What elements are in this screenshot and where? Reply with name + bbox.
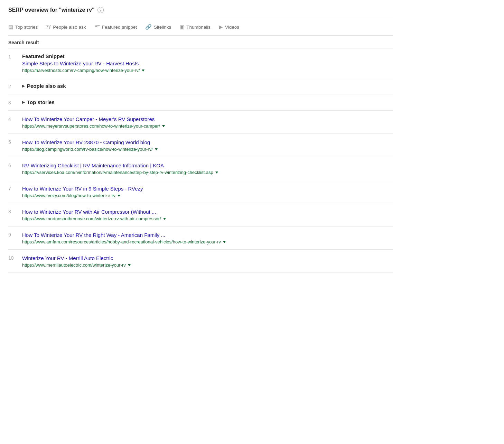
row-content: Featured Snippet Simple Steps to Winteri… — [22, 53, 393, 73]
row-content: Winterize Your RV - Merrill Auto Electri… — [22, 255, 393, 268]
result-title-6[interactable]: RV Winterizing Checklist | RV Maintenanc… — [22, 162, 393, 169]
row-featured-label: Featured Snippet — [22, 53, 393, 59]
tab-sitelinks[interactable]: 🔗 Sitelinks — [145, 23, 171, 31]
row-number: 1 — [8, 53, 22, 59]
result-url-7: https://www.rvezy.com/blog/how-to-winter… — [22, 193, 393, 198]
featured-snippet-icon: ❝❞ — [94, 24, 100, 30]
url-text-7: https://www.rvezy.com/blog/how-to-winter… — [22, 193, 115, 198]
section-header: Search result — [8, 36, 393, 48]
url-text-9: https://www.amfam.com/resources/articles… — [22, 239, 221, 244]
thumbnails-icon: ▣ — [179, 24, 184, 30]
tab-thumbnails[interactable]: ▣ Thumbnails — [179, 23, 211, 31]
url-text-5: https://blog.campingworld.com/rv-basics/… — [22, 147, 153, 152]
row-content: ▶ Top stories — [22, 99, 393, 105]
results-list: 1 Featured Snippet Simple Steps to Winte… — [8, 48, 393, 273]
tab-videos[interactable]: ▶ Videos — [219, 23, 239, 31]
row-number: 7 — [8, 185, 22, 191]
tabs-bar: ▤ Top stories ⁇ People also ask ❝❞ Featu… — [8, 19, 393, 36]
row-content: RV Winterizing Checklist | RV Maintenanc… — [22, 162, 393, 175]
table-row: 6 RV Winterizing Checklist | RV Maintena… — [8, 157, 393, 180]
row-content: How to Winterize Your RV with Air Compre… — [22, 208, 393, 221]
result-url-5: https://blog.campingworld.com/rv-basics/… — [22, 147, 393, 152]
url-dropdown-4[interactable] — [162, 125, 165, 127]
tab-featured-snippet[interactable]: ❝❞ Featured snippet — [94, 23, 137, 31]
tab-sitelinks-label: Sitelinks — [154, 25, 171, 30]
table-row: 8 How to Winterize Your RV with Air Comp… — [8, 203, 393, 226]
result-title-10[interactable]: Winterize Your RV - Merrill Auto Electri… — [22, 255, 393, 262]
table-row: 5 How To Winterize Your RV 23870 - Campi… — [8, 134, 393, 157]
row-number: 6 — [8, 162, 22, 168]
result-url-6: https://rvservices.koa.com/rvinformation… — [22, 170, 393, 175]
result-title-5[interactable]: How To Winterize Your RV 23870 - Camping… — [22, 139, 393, 146]
url-dropdown-1[interactable] — [142, 70, 144, 72]
featured-snippet-badge: Featured Snippet — [22, 53, 65, 59]
table-row: 1 Featured Snippet Simple Steps to Winte… — [8, 48, 393, 78]
url-text-6: https://rvservices.koa.com/rvinformation… — [22, 170, 213, 175]
sitelinks-icon: 🔗 — [145, 24, 152, 30]
row-label-text-3: Top stories — [27, 99, 55, 105]
url-dropdown-6[interactable] — [215, 172, 218, 174]
row-people-label[interactable]: ▶ People also ask — [22, 83, 393, 89]
expand-triangle-2: ▶ — [22, 84, 25, 88]
url-dropdown-7[interactable] — [118, 195, 120, 197]
row-content: How to Winterize Your RV in 9 Simple Ste… — [22, 185, 393, 198]
url-text-4: https://www.meyersrvsuperstores.com/how-… — [22, 123, 160, 129]
table-row: 3 ▶ Top stories — [8, 94, 393, 111]
row-content: How To Winterize Your Camper - Meyer's R… — [22, 115, 393, 129]
result-url-4: https://www.meyersrvsuperstores.com/how-… — [22, 123, 393, 129]
row-number: 5 — [8, 139, 22, 145]
table-row: 9 How To Winterize Your RV the Right Way… — [8, 226, 393, 250]
table-row: 4 How To Winterize Your Camper - Meyer's… — [8, 111, 393, 134]
result-title-8[interactable]: How to Winterize Your RV with Air Compre… — [22, 208, 393, 215]
result-url-1: https://harvesthosts.com/rv-camping/how-… — [22, 68, 393, 73]
tab-thumbnails-label: Thumbnails — [186, 25, 211, 30]
row-label-text-2: People also ask — [27, 83, 66, 89]
result-title-9[interactable]: How To Winterize Your RV the Right Way -… — [22, 231, 393, 239]
row-number: 9 — [8, 231, 22, 238]
result-url-10: https://www.merrillautoelectric.com/wint… — [22, 262, 393, 268]
row-top-stories-label[interactable]: ▶ Top stories — [22, 99, 393, 105]
table-row: 2 ▶ People also ask — [8, 78, 393, 94]
row-number: 4 — [8, 115, 22, 122]
result-title-7[interactable]: How to Winterize Your RV in 9 Simple Ste… — [22, 185, 393, 192]
result-url-8: https://www.mortonsonthemove.com/winteri… — [22, 216, 393, 221]
url-dropdown-8[interactable] — [163, 218, 166, 220]
row-number: 8 — [8, 208, 22, 214]
tab-people-also-ask-label: People also ask — [53, 25, 86, 30]
row-number: 10 — [8, 255, 22, 261]
url-text-10: https://www.merrillautoelectric.com/wint… — [22, 262, 126, 268]
tab-videos-label: Videos — [225, 25, 239, 30]
url-text-8: https://www.mortonsonthemove.com/winteri… — [22, 216, 161, 221]
url-dropdown-9[interactable] — [223, 241, 226, 243]
row-content: How To Winterize Your RV 23870 - Camping… — [22, 139, 393, 152]
tab-featured-snippet-label: Featured snippet — [102, 25, 137, 30]
tab-top-stories-label: Top stories — [15, 25, 38, 30]
row-number: 2 — [8, 83, 22, 89]
url-text-1: https://harvesthosts.com/rv-camping/how-… — [22, 68, 140, 73]
table-row: 7 How to Winterize Your RV in 9 Simple S… — [8, 180, 393, 203]
result-url-9: https://www.amfam.com/resources/articles… — [22, 239, 393, 244]
top-stories-icon: ▤ — [8, 24, 13, 30]
page-title: SERP overview for "winterize rv" — [8, 7, 95, 13]
table-row: 10 Winterize Your RV - Merrill Auto Elec… — [8, 250, 393, 273]
row-content: How To Winterize Your RV the Right Way -… — [22, 231, 393, 244]
row-number: 3 — [8, 99, 22, 105]
tab-people-also-ask[interactable]: ⁇ People also ask — [46, 23, 86, 31]
row-content: ▶ People also ask — [22, 83, 393, 89]
result-title-1[interactable]: Simple Steps to Winterize your RV - Harv… — [22, 60, 393, 67]
result-title-4[interactable]: How To Winterize Your Camper - Meyer's R… — [22, 115, 393, 123]
url-dropdown-5[interactable] — [155, 148, 158, 150]
url-dropdown-10[interactable] — [128, 264, 131, 266]
page-header: SERP overview for "winterize rv" ? — [8, 7, 393, 19]
videos-icon: ▶ — [219, 24, 223, 30]
tab-top-stories[interactable]: ▤ Top stories — [8, 23, 38, 31]
expand-triangle-3: ▶ — [22, 100, 25, 104]
help-icon[interactable]: ? — [97, 7, 104, 13]
people-also-ask-icon: ⁇ — [46, 24, 51, 30]
